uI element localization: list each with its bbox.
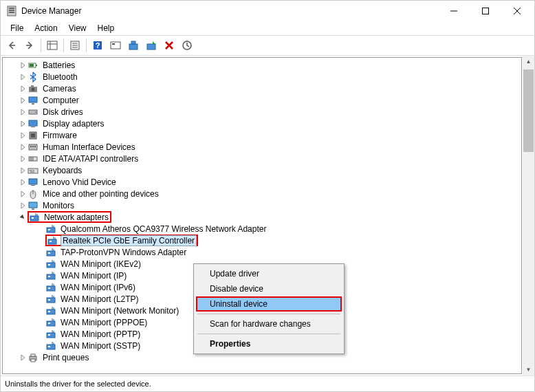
back-button[interactable] [3, 37, 20, 54]
hid-icon [28, 142, 39, 153]
tree-category[interactable]: Computer [3, 94, 521, 106]
svg-point-29 [32, 87, 35, 91]
minimize-button[interactable] [438, 1, 470, 21]
svg-rect-78 [47, 274, 55, 279]
scan-hardware-button[interactable] [179, 37, 195, 54]
svg-rect-32 [32, 103, 34, 105]
content-area: BatteriesBluetoothCamerasComputerDisk dr… [1, 56, 534, 376]
tree-category[interactable]: Monitors [3, 199, 521, 211]
tree-label: Human Interface Devices [41, 142, 137, 152]
context-menu-item[interactable]: Update driver [196, 266, 342, 281]
expand-icon[interactable] [18, 72, 28, 82]
tree-category[interactable]: Keyboards [3, 164, 521, 176]
expand-icon[interactable] [18, 131, 28, 140]
tree-label: Computer [41, 96, 80, 105]
expand-icon[interactable] [18, 61, 28, 70]
uninstall-button[interactable] [161, 37, 177, 54]
tree-device[interactable]: TAP-ProtonVPN Windows Adapter [3, 246, 521, 258]
maximize-button[interactable] [470, 1, 501, 21]
tree-category[interactable]: Network adapters [3, 211, 521, 223]
expand-icon[interactable] [18, 166, 28, 175]
tree-category[interactable]: Display adapters [3, 118, 521, 129]
tree-category[interactable]: Cameras [3, 83, 521, 94]
context-menu-item[interactable]: Properties [196, 336, 342, 351]
svg-rect-79 [48, 276, 50, 277]
menu-action[interactable]: Action [29, 22, 63, 34]
expand-icon[interactable] [18, 84, 28, 94]
expand-icon[interactable] [18, 201, 28, 210]
svg-rect-75 [48, 264, 50, 265]
window-controls [438, 1, 533, 21]
context-menu-item[interactable]: Scan for hardware changes [196, 316, 342, 331]
svg-rect-94 [47, 321, 55, 326]
tree-category[interactable]: Bluetooth [3, 71, 521, 83]
svg-rect-98 [47, 333, 55, 338]
tree-category[interactable]: Human Interface Devices [3, 141, 521, 153]
firmware-icon [28, 130, 39, 141]
scroll-down-arrow[interactable]: ▼ [523, 364, 534, 375]
expand-icon[interactable] [18, 107, 28, 117]
tree-device[interactable]: Realtek PCIe GbE Family Controller [3, 235, 521, 246]
close-button[interactable] [501, 1, 533, 21]
network-icon [47, 235, 58, 246]
app-icon [6, 6, 17, 17]
menu-help[interactable]: Help [92, 22, 120, 34]
collapse-icon[interactable] [18, 213, 28, 222]
expand-icon[interactable] [18, 96, 28, 105]
network-icon [45, 282, 56, 293]
svg-rect-70 [47, 251, 55, 256]
tree-category[interactable]: Disk drives [3, 106, 521, 118]
tree-label: WAN Miniport (PPPOE) [59, 318, 149, 327]
network-icon [45, 329, 56, 340]
svg-rect-83 [48, 287, 50, 289]
svg-rect-38 [31, 133, 35, 138]
network-icon [45, 317, 56, 328]
scroll-up-arrow[interactable]: ▲ [523, 56, 534, 67]
network-icon [45, 294, 56, 305]
svg-rect-99 [48, 334, 50, 336]
tree-device[interactable]: Qualcomm Atheros QCA9377 Wireless Networ… [3, 223, 521, 235]
network-icon [45, 305, 56, 316]
show-hide-console-button[interactable] [44, 37, 61, 54]
tree-label: WAN Miniport (SSTP) [59, 341, 142, 351]
svg-rect-5 [483, 8, 489, 14]
svg-rect-57 [32, 208, 34, 210]
forward-button[interactable] [21, 37, 38, 54]
svg-rect-30 [31, 85, 34, 87]
tree-category[interactable]: Firmware [3, 129, 521, 141]
disable-button[interactable] [143, 37, 160, 54]
expand-icon[interactable] [18, 154, 28, 164]
action-button[interactable] [107, 37, 124, 54]
properties-button[interactable] [67, 37, 83, 54]
vertical-scrollbar[interactable]: ▲ ▼ [523, 56, 534, 375]
help-button[interactable]: ? [89, 37, 106, 54]
expand-icon[interactable] [18, 353, 28, 362]
tree-label: Realtek PCIe GbE Family Controller [61, 235, 197, 246]
window-title: Device Manager [21, 6, 438, 16]
status-text: Uninstalls the driver for the selected d… [5, 380, 151, 388]
expand-icon[interactable] [18, 142, 28, 152]
tree-category[interactable]: Lenovo Vhid Device [3, 176, 521, 188]
menu-view[interactable]: View [63, 22, 92, 34]
svg-rect-107 [31, 354, 35, 356]
expand-icon[interactable] [18, 177, 28, 187]
monitor-icon [28, 200, 39, 211]
update-driver-button[interactable] [125, 37, 142, 54]
tree-label: WAN Miniport (IP) [59, 271, 128, 281]
tree-label: WAN Miniport (IPv6) [59, 283, 137, 292]
menu-file[interactable]: File [5, 22, 29, 34]
tree-label: IDE ATA/ATAPI controllers [41, 154, 140, 164]
context-menu-item[interactable]: Uninstall device [196, 296, 342, 312]
tree-label: Qualcomm Atheros QCA9377 Wireless Networ… [59, 224, 268, 234]
svg-text:?: ? [96, 41, 100, 50]
context-menu-item[interactable]: Disable device [196, 281, 342, 296]
network-icon [45, 270, 56, 281]
svg-rect-3 [9, 12, 14, 13]
tree-category[interactable]: Mice and other pointing devices [3, 188, 521, 199]
svg-rect-91 [48, 311, 50, 312]
expand-icon[interactable] [18, 189, 28, 199]
tree-category[interactable]: IDE ATA/ATAPI controllers [3, 153, 521, 164]
tree-category[interactable]: Batteries [3, 59, 521, 71]
scrollbar-thumb[interactable] [523, 69, 534, 152]
expand-icon[interactable] [18, 119, 28, 129]
